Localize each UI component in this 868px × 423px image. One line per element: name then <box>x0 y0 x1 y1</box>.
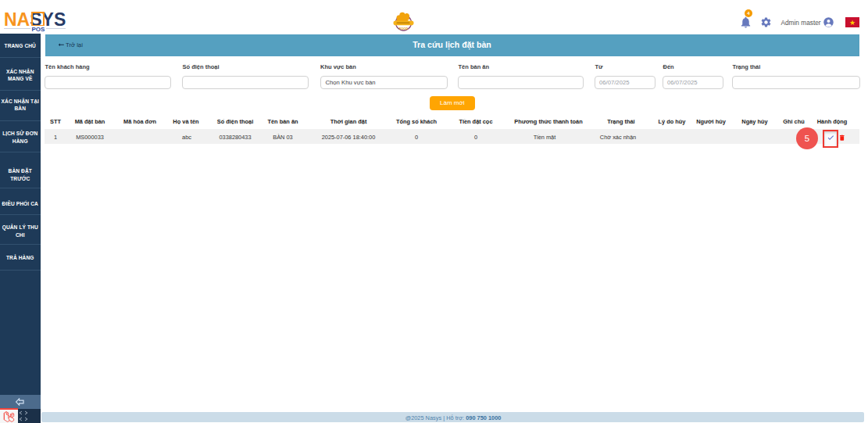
svg-text:FOOD: FOOD <box>399 27 409 30</box>
